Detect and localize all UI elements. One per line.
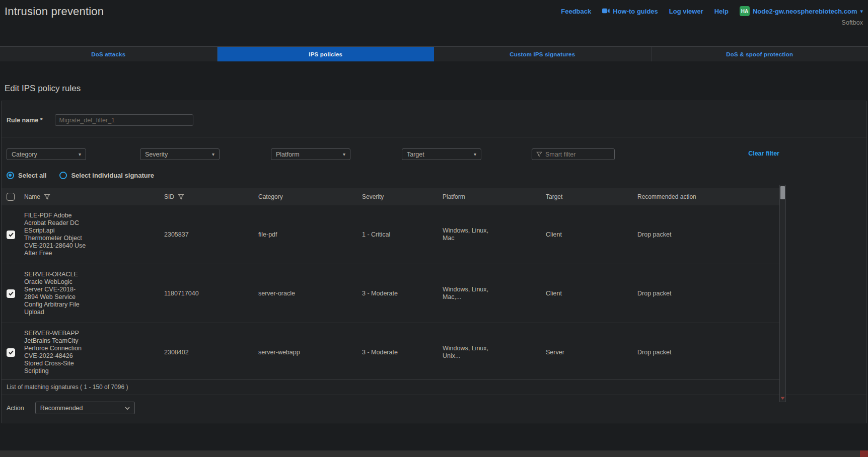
chevron-down-icon: ▾ <box>79 151 81 157</box>
chevron-down-icon <box>125 405 130 412</box>
table-row: SERVER-WEBAPP JetBrains TeamCity Perforc… <box>2 323 785 379</box>
section-heading: Edit IPS policy rules <box>5 84 868 94</box>
row-checkbox[interactable] <box>7 348 15 357</box>
tab-custom-ips-signatures[interactable]: Custom IPS signatures <box>434 47 652 61</box>
top-nav: Feedback How-to guides Log viewer Help H… <box>561 6 863 16</box>
select-all-checkbox[interactable] <box>7 193 15 201</box>
name-filter-icon[interactable] <box>44 194 50 200</box>
log-viewer-link[interactable]: Log viewer <box>669 8 703 15</box>
signature-category: file-pdf <box>258 231 362 239</box>
row-checkbox[interactable] <box>7 231 15 239</box>
bottom-corner-marker <box>860 450 868 457</box>
chevron-down-icon: ▾ <box>343 151 345 157</box>
signature-platform: Windows, Linux, Mac <box>443 227 492 242</box>
table-rows: FILE-PDF Adobe Acrobat Reader DC EScript… <box>2 205 785 379</box>
help-link[interactable]: Help <box>714 8 729 15</box>
scrollbar-down-arrow[interactable] <box>780 395 785 402</box>
action-bar: Action Recommended <box>2 395 866 423</box>
rule-name-input[interactable] <box>55 114 193 126</box>
signature-sid: 2308402 <box>164 349 258 356</box>
tab-bar: DoS attacks IPS policies Custom IPS sign… <box>0 46 868 61</box>
signature-action: Drop packet <box>637 231 785 239</box>
table-row: FILE-PDF Adobe Acrobat Reader DC EScript… <box>2 205 785 264</box>
video-camera-icon <box>602 8 610 15</box>
feedback-link[interactable]: Feedback <box>561 8 591 15</box>
signature-name: SERVER-ORACLE Oracle WebLogic Server CVE… <box>24 271 87 316</box>
signature-platform: Windows, Linux, Mac,... <box>443 286 492 301</box>
signature-target: Server <box>546 349 637 356</box>
select-all-radio[interactable]: Select all <box>7 172 46 179</box>
select-individual-radio[interactable]: Select individual signature <box>59 172 154 179</box>
page-header: Intrusion prevention Feedback How-to gui… <box>0 0 868 46</box>
page-title: Intrusion prevention <box>5 5 104 18</box>
signature-target: Client <box>546 231 637 239</box>
signature-sid: 1180717040 <box>164 290 258 297</box>
signature-action: Drop packet <box>637 290 785 297</box>
results-summary: List of matching signatures ( 1 - 150 of… <box>2 379 785 395</box>
filter-funnel-icon <box>536 151 542 158</box>
action-select[interactable]: Recommended <box>35 402 135 414</box>
bottom-strip <box>0 450 868 457</box>
category-filter-dropdown[interactable]: Category▾ <box>7 148 86 160</box>
smart-filter-input[interactable] <box>545 151 626 158</box>
env-label: Softbox <box>842 19 863 26</box>
sid-filter-icon[interactable] <box>178 194 184 200</box>
chevron-down-icon: ▾ <box>860 8 863 15</box>
signature-action: Drop packet <box>637 349 785 356</box>
selection-mode-row: Select all Select individual signature <box>7 172 785 179</box>
signature-severity: 3 - Moderate <box>362 290 443 297</box>
action-label: Action <box>7 405 24 412</box>
signature-category: server-oracle <box>258 290 362 297</box>
signature-platform: Windows, Linux, Unix... <box>443 345 492 360</box>
filter-row: Category▾ Severity▾ Platform▾ Target▾ <box>2 148 785 161</box>
howto-guides-link[interactable]: How-to guides <box>602 8 658 15</box>
chevron-down-icon: ▾ <box>474 151 476 157</box>
signatures-table: Name SID Category Severity Platform Targ… <box>2 188 785 379</box>
chevron-down-icon: ▾ <box>212 151 214 157</box>
table-scrollbar[interactable] <box>779 185 786 402</box>
target-filter-dropdown[interactable]: Target▾ <box>402 148 481 160</box>
scrollbar-thumb[interactable] <box>780 186 785 199</box>
clear-filter-link[interactable]: Clear filter <box>748 150 779 157</box>
signature-sid: 2305837 <box>164 231 258 239</box>
signature-category: server-webapp <box>258 349 362 356</box>
signature-severity: 1 - Critical <box>362 231 443 239</box>
node-name-link[interactable]: Node2-gw.neospherebiotech.com <box>753 8 857 15</box>
table-row: SERVER-ORACLE Oracle WebLogic Server CVE… <box>2 264 785 323</box>
rule-name-row: Rule name * <box>2 101 866 137</box>
edit-ips-policy-panel: Rule name * Category▾ Severity▾ Platform… <box>1 101 867 423</box>
radio-on-icon <box>7 172 14 179</box>
tab-dos-attacks[interactable]: DoS attacks <box>0 47 218 61</box>
smart-filter-field <box>532 148 615 160</box>
ha-badge: HA <box>740 6 750 16</box>
table-header: Name SID Category Severity Platform Targ… <box>2 188 785 205</box>
node-menu[interactable]: HA Node2-gw.neospherebiotech.com ▾ <box>740 6 863 16</box>
platform-filter-dropdown[interactable]: Platform▾ <box>271 148 350 160</box>
rule-name-label: Rule name * <box>7 117 43 124</box>
signature-target: Client <box>546 290 637 297</box>
row-checkbox[interactable] <box>7 289 15 298</box>
signature-severity: 3 - Moderate <box>362 349 443 356</box>
tab-dos-spoof-protection[interactable]: DoS & spoof protection <box>652 47 868 61</box>
divider <box>2 137 866 137</box>
radio-off-icon <box>59 172 67 179</box>
intrusion-prevention-page: Intrusion prevention Feedback How-to gui… <box>0 0 868 457</box>
severity-filter-dropdown[interactable]: Severity▾ <box>140 148 220 160</box>
signature-name: SERVER-WEBAPP JetBrains TeamCity Perforc… <box>24 330 87 375</box>
tab-ips-policies[interactable]: IPS policies <box>218 47 435 61</box>
signature-name: FILE-PDF Adobe Acrobat Reader DC EScript… <box>24 212 87 257</box>
